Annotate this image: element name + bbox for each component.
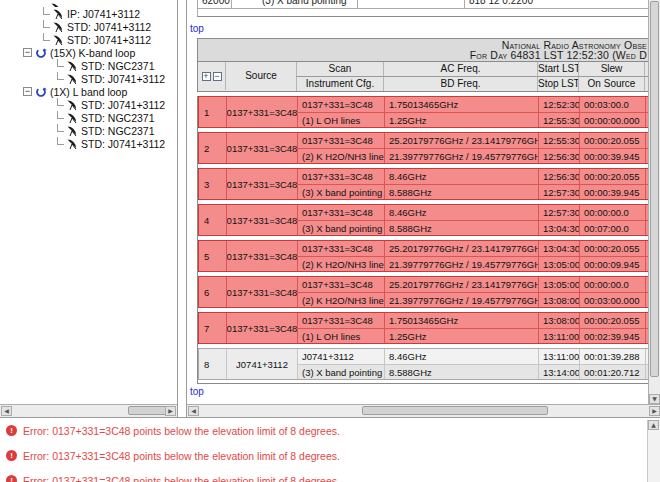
scrollbar-thumb[interactable]: [650, 1, 659, 377]
clipped-cell: [358, 0, 465, 8]
scroll-left-icon[interactable]: ◀: [1, 406, 12, 416]
report-vertical-scrollbar[interactable]: ▼: [648, 0, 660, 405]
scroll-left-icon[interactable]: ◀: [188, 406, 199, 416]
scan-number: 2: [199, 133, 226, 163]
tree-item-source[interactable]: STD: J0741+3112: [0, 33, 177, 46]
on-source-time: 00:01:20.712: [579, 364, 645, 379]
scan-name: 0137+331=3C48: [297, 133, 384, 148]
ac-freq: 8.46GHz: [384, 169, 538, 184]
tree-item-source[interactable]: STD: J0741+3112: [0, 98, 177, 111]
scroll-down-icon[interactable]: ▼: [649, 394, 660, 404]
collapse-all-icon[interactable]: −: [213, 72, 222, 81]
antenna-icon: [52, 8, 64, 20]
bd-freq: 1.25GHz: [384, 328, 538, 343]
ac-freq: 25.20179776GHz / 23.14179776GHz: [384, 133, 538, 148]
scan-row[interactable]: 8 J0741+3112 J0741+3112 8.46GHz 13:11:00…: [198, 348, 648, 380]
tree-horizontal-scrollbar[interactable]: ◀ ▶: [0, 404, 177, 417]
tree-item-label: (15X) K-band loop: [50, 47, 135, 59]
scan-source: 0137+331=3C48: [226, 313, 297, 343]
tree-connector: [57, 98, 64, 106]
ac-freq: 25.20179776GHz / 23.14179776GHz: [384, 241, 538, 256]
on-source-time: 00:00:39.945: [579, 184, 645, 199]
bd-freq: 8.588GHz: [384, 220, 538, 235]
scan-number: 4: [199, 205, 226, 235]
tree-item-source[interactable]: STD: NGC2371: [0, 59, 177, 72]
tree-item-source[interactable]: STD: J0741+3112: [0, 20, 177, 33]
scan-source: 0137+331=3C48: [226, 205, 297, 235]
scrollbar-thumb[interactable]: [362, 406, 548, 415]
antenna-icon: [66, 60, 78, 72]
instrument-cfg: (2) K H2O/NH3 lines: [297, 256, 384, 271]
report-horizontal-scrollbar[interactable]: ◀ ▶: [187, 404, 660, 417]
tree-connector: [43, 7, 50, 15]
antenna-icon: [50, 0, 62, 7]
scan-number: 8: [199, 349, 226, 379]
column-header-on-source: On Source: [578, 77, 644, 91]
tree-item-source[interactable]: STD: NGC2371: [0, 124, 177, 137]
expand-all-icon[interactable]: +: [202, 72, 211, 81]
table-body: 1 0137+331=3C48 0137+331=3C48 1.75013465…: [197, 96, 648, 384]
slew-time: 00:00:20.055: [579, 133, 645, 148]
start-lst: 12:57:30: [538, 205, 579, 220]
error-message-text: Error: 0137+331=3C48 points below the el…: [23, 475, 340, 482]
tree-item-loop[interactable]: − (15X) K-band loop: [0, 46, 177, 59]
collapse-icon[interactable]: −: [23, 48, 32, 57]
stop-lst: 13:05:00: [538, 256, 579, 271]
antenna-icon: [52, 21, 64, 33]
tree-connector: [57, 137, 64, 145]
error-message-row: ! Error: 0137+331=3C48 points below the …: [6, 449, 340, 462]
tree-item-source[interactable]: STD: J0741+3112: [0, 72, 177, 85]
start-lst: 13:04:30: [538, 241, 579, 256]
error-panel-scrollbar[interactable]: ▲: [647, 420, 660, 482]
slew-time: 00:00:20.055: [579, 169, 645, 184]
scan-name: J0741+3112: [297, 349, 384, 364]
tree-item-label: STD: NGC2371: [81, 60, 155, 72]
scrollbar-thumb[interactable]: [128, 406, 168, 415]
tree-item-clipped[interactable]: [0, 0, 177, 7]
validation-errors-panel: ▲ ! Error: 0137+331=3C48 points below th…: [0, 417, 660, 482]
collapse-icon[interactable]: −: [23, 87, 32, 96]
scan-row[interactable]: 7 0137+331=3C48 0137+331=3C48 1.75013465…: [198, 312, 648, 344]
scan-row[interactable]: 6 0137+331=3C48 0137+331=3C48 25.2017977…: [198, 276, 648, 308]
scroll-right-icon[interactable]: ▶: [165, 406, 176, 416]
scan-row[interactable]: 5 0137+331=3C48 0137+331=3C48 25.2017977…: [198, 240, 648, 272]
instrument-cfg: (2) K H2O/NH3 lines: [297, 292, 384, 307]
column-header-instrument-cfg: Instrument Cfg.: [296, 77, 383, 91]
tree-connector: [57, 59, 64, 67]
top-link[interactable]: top: [190, 23, 204, 34]
scan-row[interactable]: 3 0137+331=3C48 0137+331=3C48 8.46GHz 12…: [198, 168, 648, 200]
bd-freq: 21.39779776GHz / 19.45779776GHz: [384, 292, 538, 307]
tree-item-source[interactable]: STD: J0741+3112: [0, 137, 177, 150]
scan-row[interactable]: 1 0137+331=3C48 0137+331=3C48 1.75013465…: [198, 96, 648, 128]
loop-icon: [35, 86, 47, 98]
slew-time: 00:00:00.0: [579, 277, 645, 292]
tree-connector: [43, 33, 50, 41]
on-source-time: 00:00:00.000: [579, 112, 645, 127]
table-title: National Radio Astronomy Obse For Day 64…: [197, 38, 648, 61]
scan-tree: IP: J0741+3112 STD: J0741+3112 STD: J074…: [0, 0, 177, 404]
scan-number: 3: [199, 169, 226, 199]
tree-item-label: STD: J0741+3112: [81, 138, 165, 150]
tree-item-source[interactable]: IP: J0741+3112: [0, 7, 177, 20]
slew-time: 00:00:20.055: [579, 241, 645, 256]
on-source-time: 00:00:39.945: [579, 148, 645, 163]
tree-item-label: STD: NGC2371: [81, 112, 155, 124]
antenna-icon: [66, 112, 78, 124]
scan-row[interactable]: 2 0137+331=3C48 0137+331=3C48 25.2017977…: [198, 132, 648, 164]
top-link[interactable]: top: [190, 386, 204, 397]
tree-item-loop[interactable]: − (1X) L band loop: [0, 85, 177, 98]
bd-freq: 8.588GHz: [384, 184, 538, 199]
column-header-scan: Scan: [296, 62, 383, 77]
tree-item-source[interactable]: STD: NGC2371: [0, 111, 177, 124]
scan-row[interactable]: 4 0137+331=3C48 0137+331=3C48 8.46GHz 12…: [198, 204, 648, 236]
column-header-source: Source: [225, 62, 296, 90]
slew-time: 00:00:20.055: [579, 313, 645, 328]
column-header-ac-freq: AC Freq.: [383, 62, 537, 77]
scroll-up-icon[interactable]: ▲: [648, 420, 659, 430]
scan-tree-panel: IP: J0741+3112 STD: J0741+3112 STD: J074…: [0, 0, 178, 417]
scan-name: 0137+331=3C48: [297, 313, 384, 328]
scroll-right-icon[interactable]: ▶: [649, 406, 660, 416]
start-lst: 12:52:30: [538, 97, 579, 112]
instrument-cfg: (3) X band pointing: [297, 364, 384, 379]
start-lst: 12:55:30: [538, 133, 579, 148]
